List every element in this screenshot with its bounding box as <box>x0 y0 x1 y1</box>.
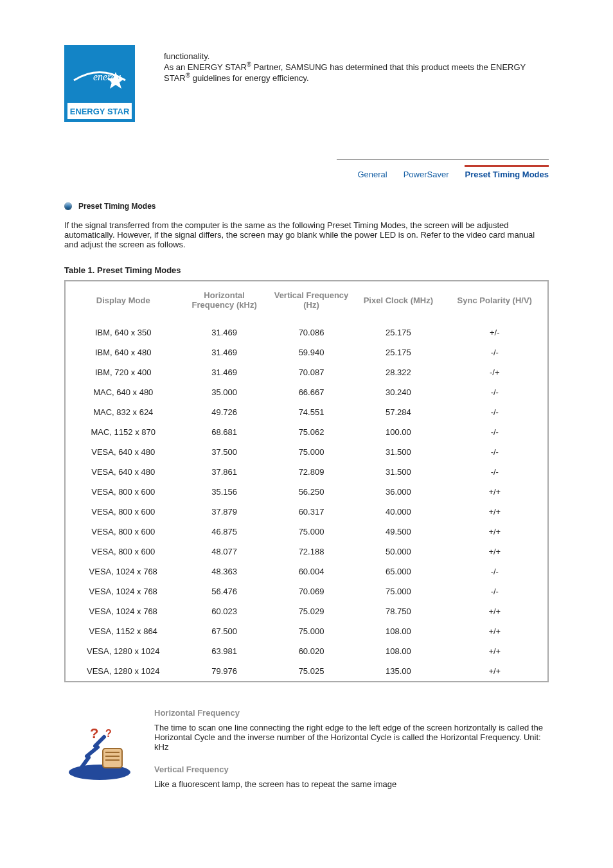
tabs-row: General PowerSaver Preset Timing Modes <box>337 159 549 179</box>
table-cell: 49.500 <box>355 522 441 542</box>
table-cell: 46.875 <box>181 522 267 542</box>
table-cell: 75.000 <box>268 621 355 641</box>
table-row: VESA, 1280 x 102479.97675.025135.00+/+ <box>65 661 548 682</box>
table-cell: +/+ <box>442 522 548 542</box>
definitions-block: ? ? Horizontal Frequency The time to sca… <box>64 708 549 789</box>
table-cell: 70.069 <box>268 581 355 601</box>
table-row: MAC, 1152 x 87068.68175.062100.00-/- <box>65 422 548 442</box>
intro-text-a: As an ENERGY STAR <box>164 62 247 72</box>
table-row: VESA, 800 x 60046.87575.00049.500+/+ <box>65 522 548 542</box>
table-cell: 31.469 <box>181 362 267 382</box>
table-cell: VESA, 1280 x 1024 <box>65 641 181 661</box>
table-cell: +/+ <box>442 621 548 641</box>
svg-rect-6 <box>103 748 122 768</box>
table-cell: 70.087 <box>268 362 355 382</box>
table-cell: 108.00 <box>355 641 441 661</box>
table-cell: 74.551 <box>268 402 355 422</box>
table-cell: 65.000 <box>355 562 441 581</box>
table-cell: 68.681 <box>181 422 267 442</box>
tab-preset-timing-modes[interactable]: Preset Timing Modes <box>465 165 549 179</box>
table-cell: VESA, 1152 x 864 <box>65 621 181 641</box>
table-row: VESA, 1024 x 76860.02375.02978.750+/+ <box>65 601 548 621</box>
table-cell: 63.981 <box>181 641 267 661</box>
table-cell: MAC, 640 x 480 <box>65 382 181 402</box>
tab-general[interactable]: General <box>357 170 387 179</box>
table-row: IBM, 720 x 40031.46970.08728.322-/+ <box>65 362 548 382</box>
table-cell: 30.240 <box>355 382 441 402</box>
table-cell: 36.000 <box>355 482 441 502</box>
table-cell: 75.062 <box>268 422 355 442</box>
table-cell: 50.000 <box>355 542 441 562</box>
table-cell: +/+ <box>442 641 548 661</box>
table-cell: -/- <box>442 581 548 601</box>
table-cell: 75.000 <box>268 442 355 462</box>
table-cell: IBM, 640 x 350 <box>65 323 181 342</box>
svg-text:?: ? <box>105 728 112 739</box>
table-cell: 72.188 <box>268 542 355 562</box>
table-cell: 40.000 <box>355 502 441 522</box>
timing-modes-table: Display Mode Horizontal Frequency (kHz) … <box>64 280 549 682</box>
table-cell: 35.156 <box>181 482 267 502</box>
table-caption: Table 1. Preset Timing Modes <box>64 265 549 275</box>
th-vertical-freq: Vertical Frequency (Hz) <box>268 281 355 323</box>
table-cell: -/- <box>442 342 548 362</box>
intro-block: ENERGY STAR energy functionality. As an … <box>64 45 549 124</box>
table-cell: 49.726 <box>181 402 267 422</box>
table-cell: 60.020 <box>268 641 355 661</box>
table-row: MAC, 640 x 48035.00066.66730.240-/- <box>65 382 548 402</box>
bullet-icon <box>64 202 72 210</box>
th-sync-polarity: Sync Polarity (H/V) <box>442 281 548 323</box>
table-row: VESA, 1024 x 76848.36360.00465.000-/- <box>65 562 548 581</box>
table-cell: IBM, 720 x 400 <box>65 362 181 382</box>
table-row: VESA, 800 x 60037.87960.31740.000+/+ <box>65 502 548 522</box>
th-horizontal-freq: Horizontal Frequency (kHz) <box>181 281 267 323</box>
table-cell: 37.879 <box>181 502 267 522</box>
table-cell: +/+ <box>442 542 548 562</box>
table-cell: 70.086 <box>268 323 355 342</box>
th-display-mode: Display Mode <box>65 281 181 323</box>
section-title-text: Preset Timing Modes <box>78 202 155 211</box>
table-cell: 75.000 <box>268 522 355 542</box>
horizontal-frequency-body: The time to scan one line connecting the… <box>154 723 549 752</box>
svg-text:?: ? <box>90 725 98 741</box>
table-cell: 59.940 <box>268 342 355 362</box>
table-cell: 60.004 <box>268 562 355 581</box>
table-cell: VESA, 640 x 480 <box>65 462 181 482</box>
vertical-frequency-heading: Vertical Frequency <box>154 765 549 774</box>
th-pixel-clock: Pixel Clock (MHz) <box>355 281 441 323</box>
table-cell: VESA, 800 x 600 <box>65 482 181 502</box>
table-cell: 79.976 <box>181 661 267 682</box>
table-cell: +/+ <box>442 601 548 621</box>
table-cell: VESA, 640 x 480 <box>65 442 181 462</box>
table-cell: +/- <box>442 323 548 342</box>
horizontal-frequency-heading: Horizontal Frequency <box>154 708 549 718</box>
section-heading: Preset Timing Modes <box>64 202 549 211</box>
table-cell: MAC, 832 x 624 <box>65 402 181 422</box>
table-cell: 75.029 <box>268 601 355 621</box>
table-row: VESA, 1024 x 76856.47670.06975.000-/- <box>65 581 548 601</box>
table-cell: 67.500 <box>181 621 267 641</box>
table-cell: -/- <box>442 402 548 422</box>
table-row: VESA, 1280 x 102463.98160.020108.00+/+ <box>65 641 548 661</box>
table-cell: 37.861 <box>181 462 267 482</box>
table-cell: 48.077 <box>181 542 267 562</box>
intro-line2: As an ENERGY STAR® Partner, SAMSUNG has … <box>164 61 549 84</box>
table-cell: 31.500 <box>355 462 441 482</box>
tab-powersaver[interactable]: PowerSaver <box>404 170 449 179</box>
table-cell: 100.00 <box>355 422 441 442</box>
table-row: IBM, 640 x 35031.46970.08625.175+/- <box>65 323 548 342</box>
table-row: MAC, 832 x 62449.72674.55157.284-/- <box>65 402 548 422</box>
table-cell: +/+ <box>442 482 548 502</box>
table-cell: VESA, 1024 x 768 <box>65 601 181 621</box>
table-cell: VESA, 1280 x 1024 <box>65 661 181 682</box>
table-cell: 48.363 <box>181 562 267 581</box>
table-cell: 25.175 <box>355 342 441 362</box>
table-cell: 35.000 <box>181 382 267 402</box>
table-cell: 56.250 <box>268 482 355 502</box>
table-cell: 31.469 <box>181 342 267 362</box>
table-cell: 72.809 <box>268 462 355 482</box>
section-body: If the signal transferred from the compu… <box>64 220 549 249</box>
table-row: VESA, 640 x 48037.86172.80931.500-/- <box>65 462 548 482</box>
table-cell: -/- <box>442 562 548 581</box>
table-cell: 66.667 <box>268 382 355 402</box>
